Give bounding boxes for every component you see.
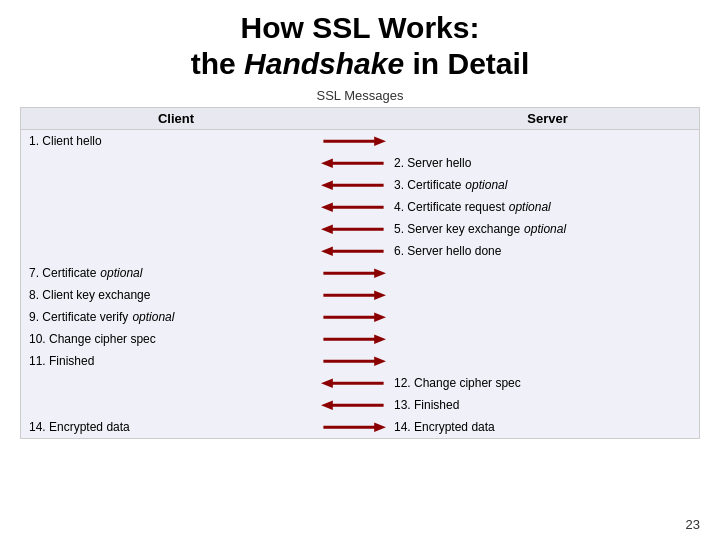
- svg-marker-27: [374, 422, 386, 431]
- svg-marker-17: [374, 312, 386, 321]
- table-row: 14. Encrypted data 14. Encrypted data: [21, 416, 699, 438]
- client-text: 14. Encrypted data: [29, 420, 130, 434]
- client-cell: [21, 184, 321, 186]
- svg-marker-21: [374, 356, 386, 365]
- arrow-right: [321, 133, 386, 150]
- optional-label: optional: [509, 200, 551, 214]
- server-text: 5. Server key exchange: [394, 222, 520, 236]
- svg-marker-11: [321, 246, 333, 255]
- handshake-table: Client Server 1. Client hello 2. Server …: [20, 107, 700, 439]
- table-row: 11. Finished: [21, 350, 699, 372]
- client-cell: [21, 206, 321, 208]
- server-cell: 3. Certificateoptional: [386, 177, 699, 193]
- svg-marker-25: [321, 400, 333, 409]
- title-line1: How SSL Works:: [241, 11, 480, 44]
- table-row: 5. Server key exchangeoptional: [21, 218, 699, 240]
- server-cell: 2. Server hello: [386, 155, 699, 171]
- column-headers: Client Server: [21, 108, 699, 130]
- server-cell: [386, 140, 699, 142]
- server-text: 6. Server hello done: [394, 244, 501, 258]
- server-text: 13. Finished: [394, 398, 459, 412]
- server-text: 2. Server hello: [394, 156, 471, 170]
- client-cell: [21, 228, 321, 230]
- client-cell: 14. Encrypted data: [21, 419, 321, 435]
- optional-label: optional: [132, 310, 174, 324]
- table-row: 1. Client hello: [21, 130, 699, 152]
- optional-label: optional: [100, 266, 142, 280]
- title-suffix: in Detail: [404, 47, 529, 80]
- server-cell: [386, 316, 699, 318]
- server-text: 12. Change cipher spec: [394, 376, 521, 390]
- arrow-left: [321, 155, 386, 172]
- table-row: 12. Change cipher spec: [21, 372, 699, 394]
- server-cell: 12. Change cipher spec: [386, 375, 699, 391]
- svg-marker-3: [321, 158, 333, 167]
- arrow-right: [321, 265, 386, 282]
- arrow-left: [321, 221, 386, 238]
- arrow-right: [321, 353, 386, 370]
- arrow-right: [321, 309, 386, 326]
- server-cell: [386, 272, 699, 274]
- table-row: 7. Certificateoptional: [21, 262, 699, 284]
- ssl-messages-label: SSL Messages: [20, 88, 700, 103]
- arrow-left: [321, 397, 386, 414]
- table-row: 13. Finished: [21, 394, 699, 416]
- svg-marker-7: [321, 202, 333, 211]
- client-cell: 10. Change cipher spec: [21, 331, 321, 347]
- server-cell: 6. Server hello done: [386, 243, 699, 259]
- svg-marker-23: [321, 378, 333, 387]
- client-text: 8. Client key exchange: [29, 288, 150, 302]
- client-text: 9. Certificate verify: [29, 310, 128, 324]
- optional-label: optional: [524, 222, 566, 236]
- page-title: How SSL Works: the Handshake in Detail: [20, 10, 700, 82]
- client-cell: [21, 162, 321, 164]
- server-text: 4. Certificate request: [394, 200, 505, 214]
- optional-label: optional: [465, 178, 507, 192]
- table-row: 2. Server hello: [21, 152, 699, 174]
- arrow-left: [321, 199, 386, 216]
- server-cell: [386, 360, 699, 362]
- svg-marker-5: [321, 180, 333, 189]
- title-prefix: the: [191, 47, 244, 80]
- server-cell: 13. Finished: [386, 397, 699, 413]
- arrow-left: [321, 243, 386, 260]
- client-cell: 1. Client hello: [21, 133, 321, 149]
- server-column-header: Server: [396, 108, 699, 129]
- client-cell: [21, 404, 321, 406]
- table-row: 9. Certificate verifyoptional: [21, 306, 699, 328]
- page-number: 23: [686, 517, 700, 532]
- svg-marker-13: [374, 268, 386, 277]
- client-text: 11. Finished: [29, 354, 94, 368]
- server-text: 14. Encrypted data: [394, 420, 495, 434]
- title-italic: Handshake: [244, 47, 404, 80]
- client-cell: [21, 250, 321, 252]
- table-row: 3. Certificateoptional: [21, 174, 699, 196]
- server-cell: [386, 294, 699, 296]
- server-cell: 5. Server key exchangeoptional: [386, 221, 699, 237]
- client-text: 10. Change cipher spec: [29, 332, 156, 346]
- client-cell: 8. Client key exchange: [21, 287, 321, 303]
- svg-marker-9: [321, 224, 333, 233]
- arrow-right: [321, 331, 386, 348]
- svg-marker-15: [374, 290, 386, 299]
- table-row: 10. Change cipher spec: [21, 328, 699, 350]
- table-rows: 1. Client hello 2. Server hello 3. Certi…: [21, 130, 699, 438]
- table-row: 6. Server hello done: [21, 240, 699, 262]
- server-cell: 14. Encrypted data: [386, 419, 699, 435]
- table-row: 4. Certificate requestoptional: [21, 196, 699, 218]
- page: How SSL Works: the Handshake in Detail S…: [0, 0, 720, 540]
- server-text: 3. Certificate: [394, 178, 461, 192]
- arrow-right: [321, 419, 386, 436]
- svg-marker-1: [374, 136, 386, 145]
- arrow-left: [321, 177, 386, 194]
- arrow-right: [321, 287, 386, 304]
- client-cell: 11. Finished: [21, 353, 321, 369]
- client-text: 7. Certificate: [29, 266, 96, 280]
- server-cell: 4. Certificate requestoptional: [386, 199, 699, 215]
- title-line2: the Handshake in Detail: [191, 47, 529, 80]
- client-column-header: Client: [21, 108, 331, 129]
- arrow-left: [321, 375, 386, 392]
- client-cell: [21, 382, 321, 384]
- client-cell: 7. Certificateoptional: [21, 265, 321, 281]
- client-cell: 9. Certificate verifyoptional: [21, 309, 321, 325]
